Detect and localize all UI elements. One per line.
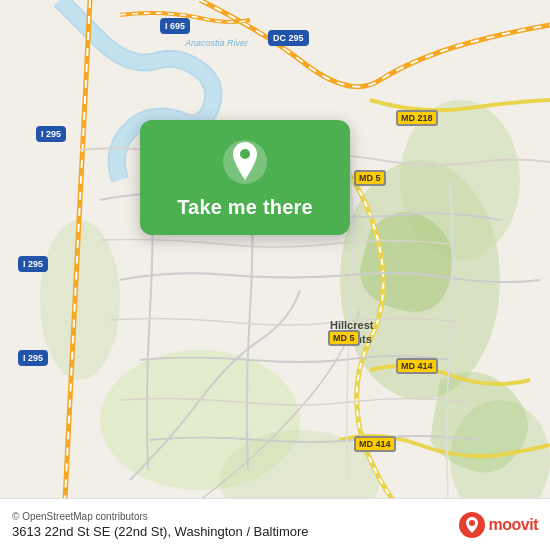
map-container: Anacostia River HillcrestHeights I 695 D… bbox=[0, 0, 550, 550]
highway-md218: MD 218 bbox=[396, 110, 438, 126]
svg-point-8 bbox=[240, 149, 250, 159]
map-attribution: © OpenStreetMap contributors bbox=[12, 511, 309, 522]
take-me-there-card[interactable]: Take me there bbox=[140, 120, 350, 235]
moovit-logo: moovit bbox=[459, 512, 538, 538]
highway-md414-top: MD 414 bbox=[396, 358, 438, 374]
moovit-text: moovit bbox=[489, 516, 538, 534]
bottom-left: © OpenStreetMap contributors 3613 22nd S… bbox=[12, 511, 309, 539]
highway-i295-top: I 295 bbox=[36, 126, 66, 142]
address-line: 3613 22nd St SE (22nd St), Washington / … bbox=[12, 524, 309, 539]
highway-md5-bot: MD 5 bbox=[328, 330, 360, 346]
highway-md5-top: MD 5 bbox=[354, 170, 386, 186]
highway-dc295: DC 295 bbox=[268, 30, 309, 46]
moovit-icon bbox=[459, 512, 485, 538]
take-me-there-label: Take me there bbox=[177, 196, 313, 219]
highway-i695: I 695 bbox=[160, 18, 190, 34]
highway-md414-bot: MD 414 bbox=[354, 436, 396, 452]
location-pin-icon bbox=[221, 138, 269, 186]
svg-point-10 bbox=[469, 520, 475, 526]
map-svg bbox=[0, 0, 550, 550]
bottom-bar: © OpenStreetMap contributors 3613 22nd S… bbox=[0, 498, 550, 550]
highway-i295-mid: I 295 bbox=[18, 256, 48, 272]
highway-i295-bot: I 295 bbox=[18, 350, 48, 366]
